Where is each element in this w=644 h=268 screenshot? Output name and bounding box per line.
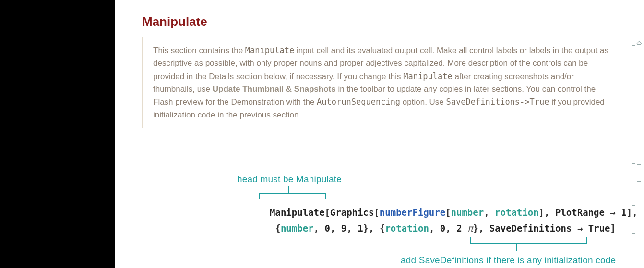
- token-comma: ,: [429, 223, 440, 233]
- token-brace: {: [380, 223, 385, 233]
- token-comma: ,: [346, 223, 358, 233]
- desc-code: SaveDefinitions->True: [446, 97, 549, 106]
- notebook-page: Manipulate This section contains the Man…: [115, 0, 644, 268]
- token-num: 1: [358, 223, 363, 233]
- token-bracket: [: [445, 207, 451, 218]
- token-val: True: [588, 223, 610, 233]
- token-func: Graphics: [330, 207, 374, 218]
- token-opt: PlotRange: [555, 207, 605, 218]
- token-var: number: [281, 223, 314, 233]
- cell-bracket-icon[interactable]: [637, 44, 641, 165]
- section-heading: Manipulate: [142, 14, 625, 29]
- desc-text: This section contains the: [153, 46, 245, 55]
- token-comma: ,: [314, 223, 325, 233]
- token-brace: }: [473, 223, 478, 233]
- token-comma: ,: [484, 207, 495, 218]
- arrow-icon: →: [610, 207, 615, 218]
- token-comma: ,: [478, 223, 489, 233]
- cell-bracket-icon[interactable]: [637, 181, 641, 236]
- token-brace: }: [363, 223, 369, 233]
- annotation-top: head must be Manipulate: [237, 174, 342, 185]
- token-bracket: ]: [610, 223, 616, 233]
- token-brace: {: [275, 223, 280, 233]
- desc-code: Manipulate: [403, 71, 452, 81]
- token-num: 2: [456, 223, 462, 233]
- cell-bracket-icon[interactable]: [632, 205, 635, 234]
- token-bracket: [: [374, 207, 379, 218]
- pi-icon: π: [467, 223, 473, 233]
- token-var: rotation: [495, 207, 539, 218]
- token-var: rotation: [385, 223, 429, 233]
- token-comma: ,: [330, 223, 341, 233]
- arrow-icon: →: [577, 223, 583, 233]
- token-head: Manipulate: [270, 207, 324, 218]
- token-var: number: [451, 207, 484, 218]
- token-num: 0: [440, 223, 445, 233]
- content-area: Manipulate This section contains the Man…: [115, 0, 644, 128]
- token-comma: ,: [445, 223, 456, 233]
- desc-code: Manipulate: [245, 46, 294, 55]
- desc-link-update[interactable]: Update Thumbnail & Snapshots: [213, 84, 336, 93]
- token-num: 9: [341, 223, 346, 233]
- annotation-bottom: add SaveDefinitions if there is any init…: [401, 255, 616, 266]
- token-opt: SaveDefinitions: [489, 223, 572, 233]
- annotation-connector-top: [259, 186, 326, 202]
- token-bracket: ]: [539, 207, 544, 218]
- token-bracket: [: [324, 207, 330, 218]
- code-input-cell[interactable]: Manipulate[Graphics[numberFigure[number,…: [270, 205, 638, 237]
- token-userfunc: numberFigure: [380, 207, 445, 218]
- token-num: 0: [324, 223, 330, 233]
- token-comma: ,: [369, 223, 380, 233]
- section-description: This section contains the Manipulate inp…: [142, 37, 625, 128]
- token-comma: ,: [544, 207, 555, 218]
- desc-code: AutorunSequencing: [317, 97, 400, 106]
- annotation-connector-bottom: [470, 237, 587, 253]
- cell-bracket-icon[interactable]: [632, 45, 635, 164]
- desc-text: option. Use: [400, 97, 446, 106]
- token-num: 1: [621, 207, 626, 218]
